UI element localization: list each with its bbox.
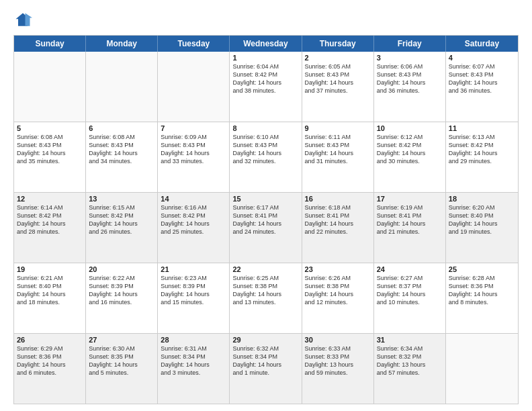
- cell-info-text: Sunrise: 6:32 AM Sunset: 8:34 PM Dayligh…: [232, 345, 298, 377]
- cal-cell-22: 22Sunrise: 6:25 AM Sunset: 8:38 PM Dayli…: [230, 263, 302, 333]
- day-number: 19: [17, 265, 83, 273]
- header-day-monday: Monday: [86, 36, 158, 52]
- cell-info-text: Sunrise: 6:21 AM Sunset: 8:40 PM Dayligh…: [17, 274, 83, 307]
- week-row-2: 12Sunrise: 6:14 AM Sunset: 8:42 PM Dayli…: [14, 193, 518, 263]
- cal-cell-11: 11Sunrise: 6:13 AM Sunset: 8:42 PM Dayli…: [446, 122, 518, 192]
- day-number: 4: [449, 54, 515, 62]
- day-number: 20: [89, 265, 154, 273]
- day-number: 6: [89, 124, 154, 132]
- header-day-sunday: Sunday: [14, 36, 86, 52]
- cal-cell-4: 4Sunrise: 6:07 AM Sunset: 8:43 PM Daylig…: [446, 52, 518, 122]
- cell-info-text: Sunrise: 6:09 AM Sunset: 8:43 PM Dayligh…: [161, 133, 226, 166]
- cell-info-text: Sunrise: 6:12 AM Sunset: 8:42 PM Dayligh…: [377, 133, 443, 166]
- cal-cell-24: 24Sunrise: 6:27 AM Sunset: 8:37 PM Dayli…: [374, 263, 446, 333]
- day-number: 26: [17, 336, 83, 344]
- header: [13, 11, 519, 30]
- cell-info-text: Sunrise: 6:15 AM Sunset: 8:42 PM Dayligh…: [89, 203, 154, 236]
- svg-marker-1: [26, 13, 33, 26]
- cell-info-text: Sunrise: 6:23 AM Sunset: 8:39 PM Dayligh…: [161, 274, 226, 307]
- cal-cell-10: 10Sunrise: 6:12 AM Sunset: 8:42 PM Dayli…: [374, 122, 446, 192]
- header-day-thursday: Thursday: [302, 36, 374, 52]
- cal-cell-3: 3Sunrise: 6:06 AM Sunset: 8:43 PM Daylig…: [374, 52, 446, 122]
- cell-info-text: Sunrise: 6:31 AM Sunset: 8:34 PM Dayligh…: [161, 345, 226, 377]
- cell-info-text: Sunrise: 6:05 AM Sunset: 8:43 PM Dayligh…: [305, 62, 371, 95]
- day-number: 17: [377, 195, 443, 203]
- calendar-body: 1Sunrise: 6:04 AM Sunset: 8:42 PM Daylig…: [14, 52, 518, 404]
- calendar-header: SundayMondayTuesdayWednesdayThursdayFrid…: [14, 36, 518, 52]
- day-number: 23: [305, 265, 371, 273]
- day-number: 15: [232, 195, 298, 203]
- cell-info-text: Sunrise: 6:22 AM Sunset: 8:39 PM Dayligh…: [89, 274, 154, 307]
- cal-cell-5: 5Sunrise: 6:08 AM Sunset: 8:43 PM Daylig…: [14, 122, 86, 192]
- day-number: 21: [161, 265, 226, 273]
- day-number: 3: [377, 54, 443, 62]
- cal-cell-1: 1Sunrise: 6:04 AM Sunset: 8:42 PM Daylig…: [230, 52, 302, 122]
- cell-info-text: Sunrise: 6:20 AM Sunset: 8:40 PM Dayligh…: [449, 203, 515, 236]
- cell-info-text: Sunrise: 6:17 AM Sunset: 8:41 PM Dayligh…: [232, 203, 298, 236]
- day-number: 18: [449, 195, 515, 203]
- cal-cell-16: 16Sunrise: 6:18 AM Sunset: 8:41 PM Dayli…: [302, 193, 374, 263]
- cell-info-text: Sunrise: 6:34 AM Sunset: 8:32 PM Dayligh…: [377, 345, 443, 377]
- cal-cell-9: 9Sunrise: 6:11 AM Sunset: 8:43 PM Daylig…: [302, 122, 374, 192]
- cell-info-text: Sunrise: 6:33 AM Sunset: 8:33 PM Dayligh…: [305, 345, 371, 377]
- day-number: 27: [89, 336, 154, 344]
- week-row-4: 26Sunrise: 6:29 AM Sunset: 8:36 PM Dayli…: [14, 334, 518, 404]
- cell-info-text: Sunrise: 6:11 AM Sunset: 8:43 PM Dayligh…: [305, 133, 371, 166]
- cal-cell-29: 29Sunrise: 6:32 AM Sunset: 8:34 PM Dayli…: [230, 334, 302, 404]
- day-number: 10: [377, 124, 443, 132]
- cal-cell-7: 7Sunrise: 6:09 AM Sunset: 8:43 PM Daylig…: [158, 122, 230, 192]
- cal-cell-13: 13Sunrise: 6:15 AM Sunset: 8:42 PM Dayli…: [86, 193, 158, 263]
- cal-cell-19: 19Sunrise: 6:21 AM Sunset: 8:40 PM Dayli…: [14, 263, 86, 333]
- day-number: 29: [232, 336, 298, 344]
- day-number: 7: [161, 124, 226, 132]
- cell-info-text: Sunrise: 6:30 AM Sunset: 8:35 PM Dayligh…: [89, 345, 154, 377]
- cal-cell-30: 30Sunrise: 6:33 AM Sunset: 8:33 PM Dayli…: [302, 334, 374, 404]
- header-day-wednesday: Wednesday: [230, 36, 302, 52]
- cal-cell-empty-4-6: [446, 334, 518, 404]
- day-number: 8: [232, 124, 298, 132]
- day-number: 30: [305, 336, 371, 344]
- page: SundayMondayTuesdayWednesdayThursdayFrid…: [0, 0, 532, 411]
- day-number: 12: [17, 195, 83, 203]
- cell-info-text: Sunrise: 6:04 AM Sunset: 8:42 PM Dayligh…: [232, 62, 298, 95]
- logo: [13, 11, 34, 30]
- day-number: 22: [232, 265, 298, 273]
- cell-info-text: Sunrise: 6:13 AM Sunset: 8:42 PM Dayligh…: [449, 133, 515, 166]
- day-number: 14: [161, 195, 226, 203]
- day-number: 24: [377, 265, 443, 273]
- week-row-3: 19Sunrise: 6:21 AM Sunset: 8:40 PM Dayli…: [14, 263, 518, 334]
- cell-info-text: Sunrise: 6:27 AM Sunset: 8:37 PM Dayligh…: [377, 274, 443, 307]
- day-number: 25: [449, 265, 515, 273]
- cell-info-text: Sunrise: 6:10 AM Sunset: 8:43 PM Dayligh…: [232, 133, 298, 166]
- cal-cell-26: 26Sunrise: 6:29 AM Sunset: 8:36 PM Dayli…: [14, 334, 86, 404]
- cal-cell-25: 25Sunrise: 6:28 AM Sunset: 8:36 PM Dayli…: [446, 263, 518, 333]
- header-day-tuesday: Tuesday: [158, 36, 230, 52]
- cal-cell-8: 8Sunrise: 6:10 AM Sunset: 8:43 PM Daylig…: [230, 122, 302, 192]
- cal-cell-empty-0-2: [158, 52, 230, 122]
- day-number: 31: [377, 336, 443, 344]
- cell-info-text: Sunrise: 6:16 AM Sunset: 8:42 PM Dayligh…: [161, 203, 226, 236]
- day-number: 2: [305, 54, 371, 62]
- cell-info-text: Sunrise: 6:14 AM Sunset: 8:42 PM Dayligh…: [17, 203, 83, 236]
- day-number: 1: [232, 54, 298, 62]
- logo-icon: [13, 11, 32, 30]
- day-number: 16: [305, 195, 371, 203]
- cell-info-text: Sunrise: 6:08 AM Sunset: 8:43 PM Dayligh…: [17, 133, 83, 166]
- cell-info-text: Sunrise: 6:19 AM Sunset: 8:41 PM Dayligh…: [377, 203, 443, 236]
- day-number: 9: [305, 124, 371, 132]
- cal-cell-27: 27Sunrise: 6:30 AM Sunset: 8:35 PM Dayli…: [86, 334, 158, 404]
- cal-cell-17: 17Sunrise: 6:19 AM Sunset: 8:41 PM Dayli…: [374, 193, 446, 263]
- day-number: 11: [449, 124, 515, 132]
- cell-info-text: Sunrise: 6:28 AM Sunset: 8:36 PM Dayligh…: [449, 274, 515, 307]
- cal-cell-12: 12Sunrise: 6:14 AM Sunset: 8:42 PM Dayli…: [14, 193, 86, 263]
- cal-cell-empty-0-0: [14, 52, 86, 122]
- cal-cell-2: 2Sunrise: 6:05 AM Sunset: 8:43 PM Daylig…: [302, 52, 374, 122]
- day-number: 13: [89, 195, 154, 203]
- cell-info-text: Sunrise: 6:07 AM Sunset: 8:43 PM Dayligh…: [449, 62, 515, 95]
- cell-info-text: Sunrise: 6:18 AM Sunset: 8:41 PM Dayligh…: [305, 203, 371, 236]
- cell-info-text: Sunrise: 6:29 AM Sunset: 8:36 PM Dayligh…: [17, 345, 83, 377]
- header-day-saturday: Saturday: [446, 36, 518, 52]
- cell-info-text: Sunrise: 6:06 AM Sunset: 8:43 PM Dayligh…: [377, 62, 443, 95]
- header-day-friday: Friday: [374, 36, 446, 52]
- cal-cell-empty-0-1: [86, 52, 158, 122]
